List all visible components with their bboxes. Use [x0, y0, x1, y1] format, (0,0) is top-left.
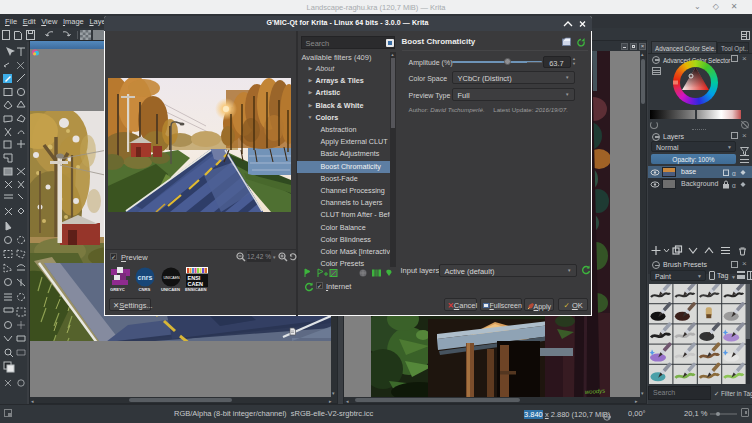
- svg-text:α: α: [732, 182, 736, 189]
- svg-text:CNRS: CNRS: [139, 287, 151, 292]
- svg-text:UNICAEN: UNICAEN: [161, 287, 180, 292]
- svg-text:α: α: [732, 170, 736, 177]
- svg-text:ENSICAEN: ENSICAEN: [185, 287, 207, 292]
- svg-text:GREYC: GREYC: [110, 287, 125, 292]
- svg-text:cnrs: cnrs: [138, 274, 153, 281]
- svg-text:UNICAEN: UNICAEN: [164, 276, 181, 280]
